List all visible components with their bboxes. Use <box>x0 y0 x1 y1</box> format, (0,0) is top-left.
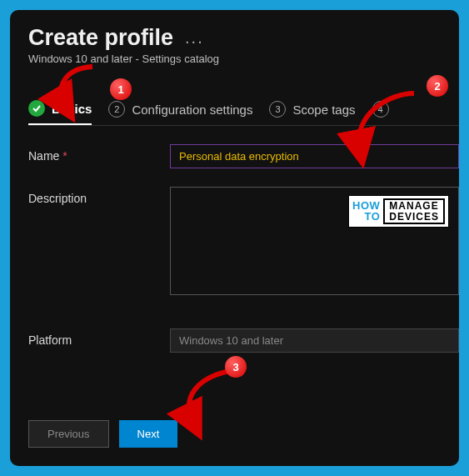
description-label: Description <box>28 187 170 295</box>
annotation-callout-1: 1 <box>110 78 132 100</box>
tab-configuration-settings[interactable]: 2 Configuration settings <box>108 101 252 124</box>
tab-step-4[interactable]: 4 <box>372 101 389 124</box>
tab-basics[interactable]: Basics <box>28 100 92 125</box>
tab-label: Scope tags <box>292 103 355 117</box>
platform-value: Windows 10 and later <box>179 334 283 347</box>
wizard-tabs: Basics 2 Configuration settings 3 Scope … <box>28 100 459 125</box>
platform-row: Platform Windows 10 and later <box>28 328 459 353</box>
tab-scope-tags[interactable]: 3 Scope tags <box>269 101 355 124</box>
check-icon <box>28 100 45 117</box>
step-number-icon: 4 <box>372 101 389 118</box>
name-row: Name * <box>28 144 459 168</box>
annotation-callout-2: 2 <box>427 75 448 97</box>
annotation-callout-3: 3 <box>225 356 247 378</box>
step-number-icon: 3 <box>269 101 286 118</box>
more-actions-button[interactable]: ··· <box>185 32 204 51</box>
next-button[interactable]: Next <box>119 420 178 448</box>
divider <box>28 125 459 126</box>
page-subtitle: Windows 10 and later - Settings catalog <box>28 53 459 65</box>
header: Create profile ··· <box>28 25 459 51</box>
step-number-icon: 2 <box>108 101 125 118</box>
tab-label: Basics <box>52 102 92 116</box>
name-input[interactable] <box>170 144 459 168</box>
required-asterisk-icon: * <box>62 149 67 163</box>
tab-label: Configuration settings <box>132 103 252 117</box>
platform-select[interactable]: Windows 10 and later <box>170 328 459 353</box>
logo-text-howto: HOW TO <box>352 201 380 222</box>
name-label: Name * <box>28 144 170 168</box>
watermark-logo: HOW TO MANAGE DEVICES <box>348 195 449 228</box>
page-title: Create profile <box>28 25 173 51</box>
platform-label: Platform <box>28 328 170 353</box>
label-text: Name <box>28 149 59 163</box>
previous-button[interactable]: Previous <box>28 420 109 448</box>
logo-text-managedevices: MANAGE DEVICES <box>383 198 445 224</box>
wizard-buttons: Previous Next <box>28 420 177 448</box>
create-profile-panel: Create profile ··· Windows 10 and later … <box>10 10 459 466</box>
